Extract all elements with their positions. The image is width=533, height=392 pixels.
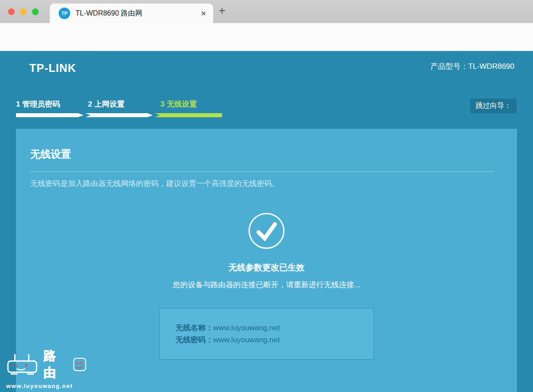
wireless-name-value: www.luyouwang.net <box>213 324 280 332</box>
panel-title: 无线设置 <box>30 147 71 161</box>
wireless-name-row: 无线名称：www.luyouwang.net <box>175 322 374 334</box>
status-detail: 您的设备与路由器的连接已断开，请重新进行无线连接... <box>16 280 517 290</box>
browser-tab[interactable]: TP TL-WDR8690 路由网 × <box>50 4 213 23</box>
window-maximize-button[interactable] <box>32 8 39 15</box>
watermark-smile <box>76 365 83 368</box>
wireless-password-label: 无线密码： <box>175 336 213 344</box>
watermark-url: www.luyouwang.net <box>6 383 86 389</box>
status-title: 无线参数更改已生效 <box>16 262 517 273</box>
product-model-label: 产品型号：TL-WDR8690 <box>430 61 514 71</box>
wireless-password-row: 无线密码：www.luyouwang.net <box>175 334 374 346</box>
step-label: 3 无线设置 <box>155 99 222 109</box>
step-label: 2 上网设置 <box>85 99 153 109</box>
tab-close-icon[interactable]: × <box>194 8 213 19</box>
tab-bar: TP TL-WDR8690 路由网 × + <box>0 0 533 23</box>
watermark-brand-text: 路由 <box>44 348 70 381</box>
panel-description: 无线密码是加入路由器无线网络的密码，建议设置一个高强度的无线密码。 <box>30 178 279 189</box>
tab-title: TL-WDR8690 路由网 <box>76 9 194 18</box>
watermark-net-face-icon: ×× <box>73 358 86 371</box>
step-progress-bar <box>85 113 153 117</box>
window-close-button[interactable] <box>8 8 15 15</box>
wireless-info-box: 无线名称：www.luyouwang.net 无线密码：www.luyouwan… <box>159 308 374 360</box>
browser-toolbar: ← → ↻ 不安全 192.168.1.1 <box>0 23 533 51</box>
luyouwang-watermark: 路由 ×× www.luyouwang.net <box>6 348 86 389</box>
success-check-icon <box>248 212 285 249</box>
step-progress-bar <box>155 113 222 117</box>
wireless-password-value: www.luyouwang.net <box>213 336 280 344</box>
router-setup-page: TP-LINK 产品型号：TL-WDR8690 1 管理员密码 2 上网设置 3… <box>0 51 533 392</box>
tab-favicon-icon: TP <box>59 8 70 19</box>
step-admin-password: 1 管理员密码 <box>16 99 84 117</box>
window-minimize-button[interactable] <box>20 8 27 15</box>
router-watermark-icon <box>6 353 40 376</box>
skip-wizard-button[interactable]: 跳过向导： <box>470 99 517 113</box>
step-progress-bar <box>16 113 84 117</box>
step-label: 1 管理员密码 <box>16 99 84 109</box>
step-wireless-settings: 3 无线设置 <box>155 99 222 117</box>
wireless-settings-panel: 无线设置 无线密码是加入路由器无线网络的密码，建议设置一个高强度的无线密码。 无… <box>16 129 517 392</box>
new-tab-button[interactable]: + <box>219 4 226 18</box>
tplink-logo: TP-LINK <box>29 62 76 75</box>
panel-divider <box>30 171 494 172</box>
watermark-eyes: ×× <box>76 361 83 365</box>
wizard-steps: 1 管理员密码 2 上网设置 3 无线设置 <box>16 99 222 117</box>
wireless-name-label: 无线名称： <box>175 324 213 332</box>
step-internet-settings: 2 上网设置 <box>85 99 153 117</box>
